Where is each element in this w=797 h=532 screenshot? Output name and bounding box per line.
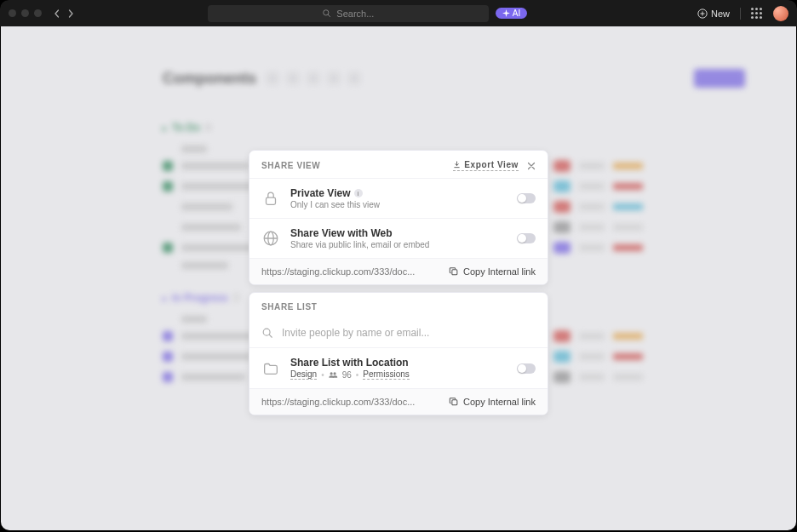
- svg-point-13: [333, 372, 335, 375]
- invite-row: [249, 318, 548, 347]
- share-web-title: Share View with Web: [290, 227, 507, 239]
- download-icon: [453, 161, 461, 169]
- share-view-heading: SHARE VIEW: [261, 161, 320, 170]
- share-web-toggle[interactable]: [517, 233, 536, 243]
- ai-label: AI: [513, 9, 520, 18]
- svg-line-11: [269, 335, 272, 337]
- private-view-row: Private View i Only I can see this view: [249, 178, 548, 218]
- info-icon[interactable]: i: [354, 189, 363, 197]
- export-view-button[interactable]: Export View: [453, 160, 519, 171]
- sparkle-icon: [502, 9, 510, 17]
- share-list-panel: SHARE LIST Share List with Location Desi…: [249, 292, 548, 415]
- share-location-toggle[interactable]: [517, 363, 536, 374]
- copy-view-link-label: Copy Internal link: [463, 266, 536, 277]
- share-location-title: Share List with Location: [290, 357, 507, 369]
- new-label: New: [711, 9, 730, 19]
- copy-icon: [449, 266, 459, 277]
- window-controls: [9, 9, 42, 17]
- main-canvas: Components ▸To Do4 ▸In Progress3 SHARE V…: [1, 26, 796, 530]
- plus-circle-icon: [697, 9, 708, 19]
- chevron-right-icon: [67, 9, 74, 18]
- back-button[interactable]: [54, 9, 60, 18]
- search-icon: [322, 9, 331, 18]
- share-location-row: Share List with Location Design • 96 • P…: [249, 347, 548, 388]
- export-view-label: Export View: [464, 160, 519, 169]
- svg-line-1: [329, 14, 330, 16]
- top-bar: Search... AI New: [0, 0, 797, 26]
- svg-rect-9: [452, 270, 457, 275]
- private-view-title: Private View: [290, 187, 351, 199]
- invite-input[interactable]: [282, 327, 536, 339]
- svg-rect-5: [267, 197, 276, 204]
- minimize-window-icon[interactable]: [21, 9, 29, 17]
- share-list-heading: SHARE LIST: [261, 302, 317, 312]
- separator: [740, 8, 741, 20]
- share-modal: SHARE VIEW Export View Private View i: [249, 150, 548, 415]
- private-view-subtitle: Only I can see this view: [290, 200, 507, 209]
- share-web-row: Share View with Web Share via public lin…: [249, 218, 548, 258]
- location-design-link[interactable]: Design: [290, 369, 317, 380]
- forward-button[interactable]: [67, 9, 74, 18]
- copy-list-link-label: Copy Internal link: [463, 397, 536, 407]
- globe-icon: [261, 229, 280, 248]
- chevron-left-icon: [54, 9, 60, 18]
- people-count: 96: [342, 370, 352, 380]
- svg-rect-14: [452, 400, 457, 405]
- global-search-input[interactable]: Search...: [208, 5, 489, 22]
- lock-icon: [261, 189, 280, 208]
- apps-grid-icon[interactable]: [751, 8, 763, 20]
- view-url[interactable]: https://staging.clickup.com/333/doc...: [261, 266, 440, 277]
- close-window-icon[interactable]: [9, 9, 16, 17]
- permissions-link[interactable]: Permissions: [363, 369, 409, 380]
- copy-icon: [449, 397, 459, 407]
- copy-view-link-button[interactable]: Copy Internal link: [449, 266, 536, 277]
- share-web-subtitle: Share via public link, email or embed: [290, 240, 507, 249]
- search-placeholder: Search...: [336, 9, 374, 19]
- copy-list-link-button[interactable]: Copy Internal link: [449, 397, 536, 407]
- ai-button[interactable]: AI: [496, 8, 527, 19]
- svg-point-12: [330, 372, 332, 375]
- close-icon[interactable]: [527, 162, 536, 170]
- new-button[interactable]: New: [697, 9, 730, 19]
- private-view-toggle[interactable]: [517, 193, 536, 203]
- nav-arrows: [54, 9, 74, 18]
- folder-icon: [261, 359, 280, 378]
- share-view-panel: SHARE VIEW Export View Private View i: [249, 150, 548, 285]
- search-icon: [261, 327, 273, 339]
- list-url[interactable]: https://staging.clickup.com/333/doc...: [261, 397, 440, 407]
- people-icon: [329, 371, 338, 379]
- maximize-window-icon[interactable]: [34, 9, 42, 17]
- user-avatar[interactable]: [773, 6, 788, 21]
